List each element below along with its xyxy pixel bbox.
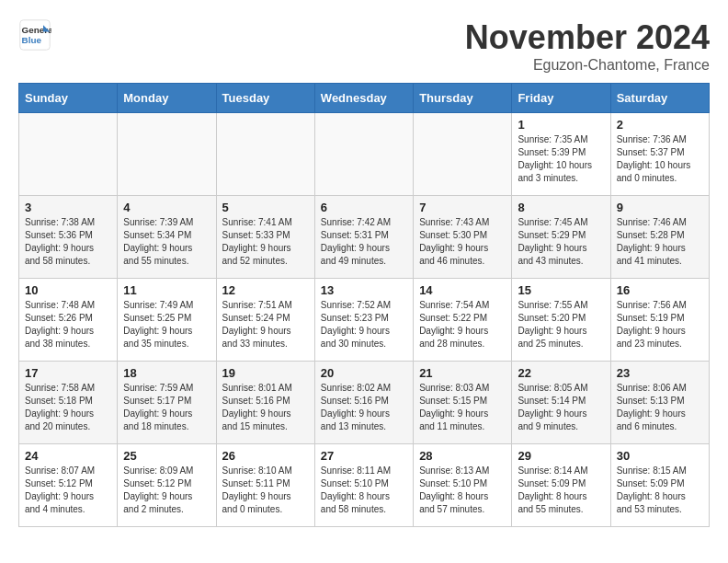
calendar-week-row: 17Sunrise: 7:58 AM Sunset: 5:18 PM Dayli…	[19, 362, 710, 444]
calendar-cell: 13Sunrise: 7:52 AM Sunset: 5:23 PM Dayli…	[314, 279, 413, 362]
calendar-cell: 3Sunrise: 7:38 AM Sunset: 5:36 PM Daylig…	[19, 196, 118, 279]
column-header-tuesday: Tuesday	[216, 84, 314, 113]
day-number: 12	[222, 283, 309, 297]
day-number: 9	[617, 201, 703, 214]
day-number: 18	[123, 366, 210, 380]
day-info: Sunrise: 8:03 AM Sunset: 5:15 PM Dayligh…	[419, 382, 506, 433]
calendar-cell: 26Sunrise: 8:10 AM Sunset: 5:11 PM Dayli…	[216, 444, 314, 527]
calendar-cell: 22Sunrise: 8:05 AM Sunset: 5:14 PM Dayli…	[512, 362, 610, 444]
day-info: Sunrise: 7:48 AM Sunset: 5:26 PM Dayligh…	[25, 299, 111, 350]
day-info: Sunrise: 7:45 AM Sunset: 5:29 PM Dayligh…	[518, 216, 604, 268]
calendar-cell: 20Sunrise: 8:02 AM Sunset: 5:16 PM Dayli…	[314, 362, 413, 444]
day-info: Sunrise: 7:38 AM Sunset: 5:36 PM Dayligh…	[25, 216, 111, 268]
calendar-cell: 25Sunrise: 8:09 AM Sunset: 5:12 PM Dayli…	[118, 444, 216, 527]
calendar-cell: 30Sunrise: 8:15 AM Sunset: 5:09 PM Dayli…	[610, 444, 709, 527]
day-info: Sunrise: 7:42 AM Sunset: 5:31 PM Dayligh…	[321, 216, 407, 268]
calendar-cell: 1Sunrise: 7:35 AM Sunset: 5:39 PM Daylig…	[512, 113, 610, 196]
day-info: Sunrise: 7:36 AM Sunset: 5:37 PM Dayligh…	[617, 133, 703, 185]
day-number: 25	[123, 449, 210, 463]
day-number: 16	[617, 283, 703, 297]
day-info: Sunrise: 7:41 AM Sunset: 5:33 PM Dayligh…	[222, 216, 309, 268]
calendar-cell	[414, 113, 512, 196]
day-info: Sunrise: 7:55 AM Sunset: 5:20 PM Dayligh…	[518, 299, 604, 350]
day-info: Sunrise: 7:52 AM Sunset: 5:23 PM Dayligh…	[321, 299, 407, 350]
page-header: General Blue November 2024 Eguzon-Chanto…	[18, 18, 710, 74]
day-info: Sunrise: 8:15 AM Sunset: 5:09 PM Dayligh…	[617, 465, 703, 516]
day-number: 7	[419, 201, 506, 214]
day-number: 26	[222, 449, 309, 463]
day-info: Sunrise: 7:49 AM Sunset: 5:25 PM Dayligh…	[123, 299, 210, 350]
calendar-cell: 29Sunrise: 8:14 AM Sunset: 5:09 PM Dayli…	[512, 444, 610, 527]
calendar-cell: 2Sunrise: 7:36 AM Sunset: 5:37 PM Daylig…	[610, 113, 709, 196]
calendar-cell: 15Sunrise: 7:55 AM Sunset: 5:20 PM Dayli…	[512, 279, 610, 362]
day-info: Sunrise: 7:51 AM Sunset: 5:24 PM Dayligh…	[222, 299, 309, 350]
day-number: 4	[123, 201, 210, 214]
day-info: Sunrise: 8:01 AM Sunset: 5:16 PM Dayligh…	[222, 382, 309, 433]
day-number: 11	[123, 283, 210, 297]
calendar-cell: 7Sunrise: 7:43 AM Sunset: 5:30 PM Daylig…	[414, 196, 512, 279]
calendar-week-row: 1Sunrise: 7:35 AM Sunset: 5:39 PM Daylig…	[19, 113, 710, 196]
calendar-cell: 16Sunrise: 7:56 AM Sunset: 5:19 PM Dayli…	[610, 279, 709, 362]
calendar-cell: 10Sunrise: 7:48 AM Sunset: 5:26 PM Dayli…	[19, 279, 118, 362]
day-info: Sunrise: 7:58 AM Sunset: 5:18 PM Dayligh…	[25, 382, 111, 433]
calendar-cell	[216, 113, 314, 196]
calendar-week-row: 24Sunrise: 8:07 AM Sunset: 5:12 PM Dayli…	[19, 444, 710, 527]
day-info: Sunrise: 8:07 AM Sunset: 5:12 PM Dayligh…	[25, 465, 111, 516]
calendar-cell: 19Sunrise: 8:01 AM Sunset: 5:16 PM Dayli…	[216, 362, 314, 444]
day-info: Sunrise: 7:39 AM Sunset: 5:34 PM Dayligh…	[123, 216, 210, 268]
day-info: Sunrise: 7:46 AM Sunset: 5:28 PM Dayligh…	[617, 216, 703, 268]
day-info: Sunrise: 8:09 AM Sunset: 5:12 PM Dayligh…	[123, 465, 210, 516]
day-info: Sunrise: 7:59 AM Sunset: 5:17 PM Dayligh…	[123, 382, 210, 433]
day-info: Sunrise: 8:02 AM Sunset: 5:16 PM Dayligh…	[321, 382, 407, 433]
calendar-cell: 24Sunrise: 8:07 AM Sunset: 5:12 PM Dayli…	[19, 444, 118, 527]
logo-icon: General Blue	[18, 18, 51, 52]
day-number: 27	[321, 449, 407, 463]
day-number: 2	[617, 118, 703, 132]
column-header-thursday: Thursday	[414, 84, 512, 113]
day-number: 21	[419, 366, 506, 380]
calendar-week-row: 3Sunrise: 7:38 AM Sunset: 5:36 PM Daylig…	[19, 196, 710, 279]
day-info: Sunrise: 7:43 AM Sunset: 5:30 PM Dayligh…	[419, 216, 506, 268]
day-number: 5	[222, 201, 309, 214]
day-number: 20	[321, 366, 407, 380]
day-number: 24	[25, 449, 111, 463]
logo: General Blue	[18, 18, 51, 52]
day-number: 8	[518, 201, 604, 214]
day-info: Sunrise: 8:10 AM Sunset: 5:11 PM Dayligh…	[222, 465, 309, 516]
calendar-cell: 9Sunrise: 7:46 AM Sunset: 5:28 PM Daylig…	[610, 196, 709, 279]
calendar-cell: 11Sunrise: 7:49 AM Sunset: 5:25 PM Dayli…	[118, 279, 216, 362]
svg-text:Blue: Blue	[22, 35, 42, 45]
title-section: November 2024 Eguzon-Chantome, France	[465, 18, 710, 74]
calendar-cell: 5Sunrise: 7:41 AM Sunset: 5:33 PM Daylig…	[216, 196, 314, 279]
column-header-sunday: Sunday	[19, 84, 118, 113]
calendar-cell: 21Sunrise: 8:03 AM Sunset: 5:15 PM Dayli…	[414, 362, 512, 444]
day-number: 1	[518, 118, 604, 132]
calendar-cell: 28Sunrise: 8:13 AM Sunset: 5:10 PM Dayli…	[414, 444, 512, 527]
location-subtitle: Eguzon-Chantome, France	[465, 57, 710, 74]
column-header-monday: Monday	[118, 84, 216, 113]
calendar-week-row: 10Sunrise: 7:48 AM Sunset: 5:26 PM Dayli…	[19, 279, 710, 362]
day-number: 29	[518, 449, 604, 463]
calendar-cell: 14Sunrise: 7:54 AM Sunset: 5:22 PM Dayli…	[414, 279, 512, 362]
day-info: Sunrise: 8:06 AM Sunset: 5:13 PM Dayligh…	[617, 382, 703, 433]
column-header-wednesday: Wednesday	[314, 84, 413, 113]
day-number: 22	[518, 366, 604, 380]
day-number: 14	[419, 283, 506, 297]
calendar-cell: 18Sunrise: 7:59 AM Sunset: 5:17 PM Dayli…	[118, 362, 216, 444]
day-number: 15	[518, 283, 604, 297]
calendar-cell: 4Sunrise: 7:39 AM Sunset: 5:34 PM Daylig…	[118, 196, 216, 279]
day-number: 17	[25, 366, 111, 380]
calendar-header-row: SundayMondayTuesdayWednesdayThursdayFrid…	[19, 84, 710, 113]
day-number: 30	[617, 449, 703, 463]
day-info: Sunrise: 8:05 AM Sunset: 5:14 PM Dayligh…	[518, 382, 604, 433]
month-year-title: November 2024	[465, 18, 710, 57]
day-info: Sunrise: 8:11 AM Sunset: 5:10 PM Dayligh…	[321, 465, 407, 516]
column-header-friday: Friday	[512, 84, 610, 113]
calendar-cell	[314, 113, 413, 196]
calendar-cell: 23Sunrise: 8:06 AM Sunset: 5:13 PM Dayli…	[610, 362, 709, 444]
calendar-cell: 12Sunrise: 7:51 AM Sunset: 5:24 PM Dayli…	[216, 279, 314, 362]
day-info: Sunrise: 8:14 AM Sunset: 5:09 PM Dayligh…	[518, 465, 604, 516]
day-number: 28	[419, 449, 506, 463]
day-info: Sunrise: 7:35 AM Sunset: 5:39 PM Dayligh…	[518, 133, 604, 185]
day-number: 6	[321, 201, 407, 214]
